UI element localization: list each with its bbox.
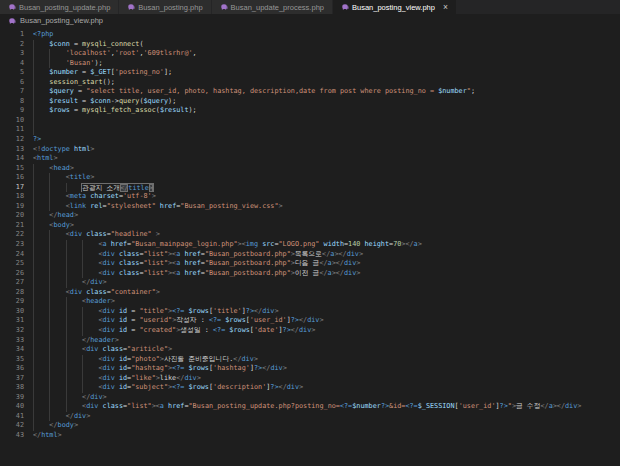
- breadcrumb[interactable]: Busan_posting_view.php: [0, 14, 620, 27]
- line-number[interactable]: 38: [4, 383, 24, 393]
- line-number[interactable]: 6: [4, 78, 24, 88]
- line-number[interactable]: 31: [4, 316, 24, 326]
- code-line[interactable]: 31<div id = "userid">작성자 : <?= $rows['us…: [4, 316, 620, 326]
- line-number[interactable]: 33: [4, 336, 24, 346]
- code-line[interactable]: 43</html>: [4, 431, 620, 441]
- code-line[interactable]: 19<link rel="stylesheet" href="Busan_pos…: [4, 202, 620, 212]
- line-number[interactable]: 36: [4, 364, 24, 374]
- line-number[interactable]: 39: [4, 393, 24, 403]
- code-token: html: [37, 154, 53, 162]
- line-number[interactable]: 26: [4, 269, 24, 279]
- line-number[interactable]: 8: [4, 97, 24, 107]
- code-line[interactable]: 7$query = "select title, user_id, photo,…: [4, 87, 620, 97]
- line-number[interactable]: 5: [4, 68, 24, 78]
- code-line[interactable]: 29<header>: [4, 297, 620, 307]
- line-number[interactable]: 17: [4, 183, 24, 193]
- indent-guide: [49, 183, 65, 193]
- line-number[interactable]: 37: [4, 374, 24, 384]
- line-number[interactable]: 1: [4, 30, 24, 40]
- line-content: <?php: [33, 30, 620, 40]
- line-number[interactable]: 23: [4, 240, 24, 250]
- line-number[interactable]: 22: [4, 230, 24, 240]
- code-line[interactable]: 18<meta charset='utf-8'>: [4, 192, 620, 202]
- code-line[interactable]: 5$number = $_GET['posting_no'];: [4, 68, 620, 78]
- code-line[interactable]: 25<div class="list"><a href="Busan_postb…: [4, 259, 620, 269]
- line-number[interactable]: 42: [4, 421, 24, 431]
- indent-guide: [49, 364, 65, 374]
- line-number[interactable]: 32: [4, 326, 24, 336]
- code-token: id: [119, 326, 127, 334]
- code-line[interactable]: 20</head>: [4, 211, 620, 221]
- code-line[interactable]: 4'Busan');: [4, 59, 620, 69]
- line-number[interactable]: 16: [4, 173, 24, 183]
- code-line[interactable]: 27</div>: [4, 278, 620, 288]
- code-line[interactable]: 14<html>: [4, 154, 620, 164]
- code-line[interactable]: 10: [4, 116, 620, 126]
- line-number[interactable]: 25: [4, 259, 24, 269]
- code-line[interactable]: 30<div id = "title"><?= $rows['title']?>…: [4, 307, 620, 317]
- line-number[interactable]: 9: [4, 106, 24, 116]
- line-number[interactable]: 21: [4, 221, 24, 231]
- tab-close-icon[interactable]: ×: [443, 3, 448, 12]
- code-line[interactable]: 41</div>: [4, 412, 620, 422]
- code-line[interactable]: 8$result = $conn->query($query);: [4, 97, 620, 107]
- line-number[interactable]: 35: [4, 355, 24, 365]
- line-number[interactable]: 15: [4, 164, 24, 174]
- tab-Busan_posting.php[interactable]: Busan_posting.php: [119, 0, 211, 14]
- code-editor[interactable]: 1<?php2$conn = mysqli_connect(3'localhos…: [0, 27, 620, 441]
- tab-Busan_posting_update.php[interactable]: Busan_posting_update.php: [0, 0, 119, 14]
- code-line[interactable]: 42</body>: [4, 421, 620, 431]
- line-number[interactable]: 11: [4, 125, 24, 135]
- code-line[interactable]: 23<a href="Busan_mainpage_login.php"><im…: [4, 240, 620, 250]
- code-line[interactable]: 22<div class="headline" >: [4, 230, 620, 240]
- code-line[interactable]: 39</div>: [4, 393, 620, 403]
- line-number[interactable]: 29: [4, 297, 24, 307]
- code-line[interactable]: 37<div id="like">like</div>: [4, 374, 620, 384]
- line-number[interactable]: 34: [4, 345, 24, 355]
- code-line[interactable]: 2$conn = mysqli_connect(: [4, 40, 620, 50]
- code-line[interactable]: 21<body>: [4, 221, 620, 231]
- line-number[interactable]: 40: [4, 402, 24, 412]
- line-number[interactable]: 19: [4, 202, 24, 212]
- code-line[interactable]: 24<div class="list"><a href="Busan_postb…: [4, 250, 620, 260]
- tab-Busan_posting_view.php[interactable]: Busan_posting_view.php×: [333, 0, 457, 14]
- line-number[interactable]: 4: [4, 59, 24, 69]
- code-line[interactable]: 32<div id = "created">생성일 : <?= $rows['d…: [4, 326, 620, 336]
- code-line[interactable]: 38<div id="subject"><?= $rows['descripti…: [4, 383, 620, 393]
- code-token: </: [319, 259, 327, 267]
- line-number[interactable]: 20: [4, 211, 24, 221]
- line-number[interactable]: 28: [4, 288, 24, 298]
- code-line[interactable]: 26<div class="list"><a href="Busan_postb…: [4, 269, 620, 279]
- line-number[interactable]: 27: [4, 278, 24, 288]
- code-line[interactable]: 17관광지 소개</title>: [4, 183, 620, 193]
- code-line[interactable]: 33</header>: [4, 336, 620, 346]
- line-number[interactable]: 13: [4, 145, 24, 155]
- line-number[interactable]: 7: [4, 87, 24, 97]
- code-line[interactable]: 11: [4, 125, 620, 135]
- line-number[interactable]: 12: [4, 135, 24, 145]
- code-line[interactable]: 35<div id="photo">사진을 준비중입니다.</div>: [4, 355, 620, 365]
- code-line[interactable]: 28<div class="container">: [4, 288, 620, 298]
- code-line[interactable]: 40<div class="list"><a href="Busan_posti…: [4, 402, 620, 412]
- code-line[interactable]: 9$rows = mysqli_fetch_assoc($result);: [4, 106, 620, 116]
- code-line[interactable]: 3'localhost','root','609tlsrhr@',: [4, 49, 620, 59]
- line-number[interactable]: 41: [4, 412, 24, 422]
- code-line[interactable]: 15<head>: [4, 164, 620, 174]
- line-number[interactable]: 30: [4, 307, 24, 317]
- code-line[interactable]: 34<div class="ariticle">: [4, 345, 620, 355]
- line-number[interactable]: 24: [4, 250, 24, 260]
- line-number[interactable]: 3: [4, 49, 24, 59]
- tab-Busan_update_process.php[interactable]: Busan_update_process.php: [212, 0, 333, 14]
- code-line[interactable]: 16<title>: [4, 173, 620, 183]
- line-number[interactable]: 43: [4, 431, 24, 441]
- code-line[interactable]: 6session_start();: [4, 78, 620, 88]
- code-line[interactable]: 1<?php: [4, 30, 620, 40]
- line-number[interactable]: 10: [4, 116, 24, 126]
- line-number[interactable]: 18: [4, 192, 24, 202]
- code-token: "subject": [131, 383, 168, 391]
- code-line[interactable]: 36<div id="hashtag"><?= $rows['hashtag']…: [4, 364, 620, 374]
- line-number[interactable]: 2: [4, 40, 24, 50]
- line-number[interactable]: 14: [4, 154, 24, 164]
- code-line[interactable]: 13<!doctype html>: [4, 145, 620, 155]
- code-line[interactable]: 12?>: [4, 135, 620, 145]
